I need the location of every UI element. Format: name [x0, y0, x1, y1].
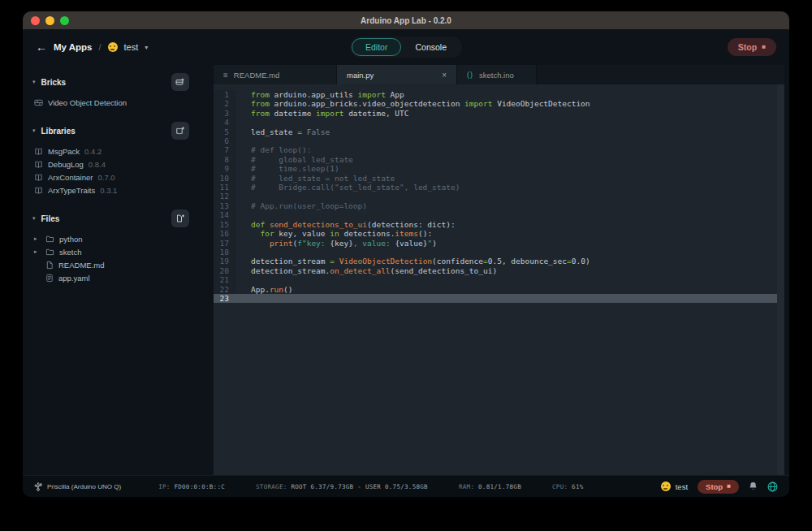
chevron-right-icon[interactable]: ▸ [34, 248, 41, 255]
running-app-name: test [676, 482, 688, 491]
section-title: Bricks [41, 78, 67, 87]
item-label: MsgPack [48, 147, 80, 156]
sidebar-item-app-yaml[interactable]: app.yaml [29, 271, 204, 284]
section-title: Files [41, 214, 60, 223]
item-version: 0.7.0 [97, 173, 114, 182]
app-emoji-icon [108, 42, 118, 52]
code-line-5: 5led_state = False [214, 127, 777, 136]
sidebar-item-msgpack[interactable]: MsgPack0.4.2 [29, 145, 204, 158]
chevron-down-icon[interactable]: ▾ [145, 44, 148, 51]
line-content [236, 136, 777, 145]
sidebar-item-debuglog[interactable]: DebugLog0.8.4 [29, 158, 204, 171]
status-stop-button[interactable]: Stop ■ [698, 480, 739, 494]
sidebar-item-python[interactable]: ▸python [29, 232, 204, 245]
add-file-button[interactable] [171, 209, 189, 227]
main-content: ▾BricksVideo Object Detection▾LibrariesM… [23, 65, 789, 475]
metric-cpu: CPU: 61% [552, 483, 584, 490]
editor-tab-sketch-ino[interactable]: ()sketch.ino [457, 65, 537, 84]
sidebar: ▾BricksVideo Object Detection▾LibrariesM… [23, 65, 214, 475]
item-version: 0.3.1 [100, 186, 117, 195]
line-number: 10 [214, 174, 236, 183]
arduino-icon: () [467, 71, 473, 79]
sidebar-section-bricks: ▾BricksVideo Object Detection [29, 70, 204, 109]
item-label: README.md [58, 261, 104, 270]
section-header-libraries[interactable]: ▾Libraries [29, 119, 204, 145]
editor-panel: ≡README.mdmain.py×()sketch.ino 1from ard… [214, 65, 784, 475]
chevron-right-icon[interactable]: ▸ [34, 235, 41, 242]
community-globe-icon[interactable] [767, 481, 778, 492]
section-header-files[interactable]: ▾Files [29, 206, 204, 232]
line-content: # led_state = not led_state [236, 174, 777, 183]
item-label: ArxTypeTraits [48, 186, 95, 195]
editor-tab-main-py[interactable]: main.py× [337, 65, 457, 84]
tab-console[interactable]: Console [401, 38, 460, 56]
sidebar-item-video-object-detection[interactable]: Video Object Detection [29, 96, 204, 109]
line-number: 19 [214, 257, 236, 266]
line-content: print(f"key: {key}, value: {value}") [236, 239, 777, 248]
item-version: 0.4.2 [84, 147, 102, 156]
line-number: 14 [214, 210, 236, 219]
line-number: 2 [214, 99, 236, 108]
code-editor[interactable]: 1from arduino.app_utils import App2from … [214, 84, 777, 475]
code-line-10: 10# led_state = not led_state [214, 174, 777, 183]
book-icon [34, 186, 43, 195]
code-line-3: 3from datetime import datetime, UTC [214, 109, 777, 118]
line-content [236, 294, 777, 303]
back-arrow-icon[interactable]: ← [36, 41, 47, 54]
editor-tab-readme-md[interactable]: ≡README.md [214, 65, 337, 84]
status-right: test Stop ■ [661, 480, 778, 494]
line-number: 17 [214, 239, 236, 248]
close-tab-icon[interactable]: × [442, 71, 447, 80]
line-content: App.run() [236, 285, 777, 294]
metric-ram: RAM: 0.81/1.78GB [459, 483, 521, 490]
sidebar-item-arxcontainer[interactable]: ArxContainer0.7.0 [29, 171, 204, 183]
status-stop-label: Stop [706, 482, 723, 491]
metric-storage: STORAGE: ROOT 6.37/9.73GB - USER 0.75/3.… [256, 483, 428, 490]
line-number: 15 [214, 220, 236, 229]
line-content: detection_stream = VideoObjectDetection(… [236, 257, 777, 266]
stop-button[interactable]: Stop ■ [728, 38, 776, 56]
line-content [236, 275, 777, 284]
code-line-15: 15def send_detections_to_ui(detections: … [214, 220, 777, 229]
add-library-button[interactable] [171, 122, 189, 140]
yaml-file-icon [45, 274, 54, 283]
code-line-7: 7# def loop(): [214, 145, 777, 154]
add-library-icon [175, 126, 185, 136]
notifications-bell-icon[interactable] [749, 481, 758, 491]
device-status[interactable]: Priscilla (Arduino UNO Q) [34, 481, 121, 491]
sidebar-item-readme-md[interactable]: README.md [29, 258, 204, 271]
book-icon [34, 147, 43, 156]
sidebar-item-sketch[interactable]: ▸sketch [29, 245, 204, 258]
code-line-12: 12 [214, 192, 777, 201]
item-label: sketch [59, 248, 81, 257]
editor-scrollbar[interactable] [777, 84, 784, 475]
item-version: 0.8.4 [89, 160, 106, 169]
metric-ip: IP: FD00:0:0:B::C [158, 483, 225, 490]
running-app[interactable]: test [661, 481, 688, 491]
sidebar-section-libraries: ▾LibrariesMsgPack0.4.2DebugLog0.8.4ArxCo… [29, 119, 204, 196]
line-content [236, 192, 777, 201]
line-number: 1 [214, 90, 236, 99]
line-number: 5 [214, 127, 236, 136]
tab-editor[interactable]: Editor [352, 38, 401, 56]
line-content: # Bridge.call("set_led_state", led_state… [236, 183, 777, 192]
status-bar: Priscilla (Arduino UNO Q) IP: FD00:0:0:B… [23, 475, 789, 497]
sidebar-item-arxtypetraits[interactable]: ArxTypeTraits0.3.1 [29, 183, 204, 196]
breadcrumb-my-apps[interactable]: My Apps [54, 42, 93, 52]
code-line-2: 2from arduino.app_bricks.video_objectdet… [214, 99, 777, 108]
usb-icon [34, 481, 42, 491]
add-file-icon [175, 214, 185, 223]
breadcrumb-app-name[interactable]: test [124, 42, 139, 52]
app-emoji-icon [661, 481, 671, 491]
code-line-20: 20detection_stream.on_detect_all(send_de… [214, 266, 777, 275]
section-header-bricks[interactable]: ▾Bricks [29, 70, 204, 96]
add-brick-button[interactable] [171, 73, 189, 91]
line-content: # def loop(): [236, 145, 777, 154]
line-content: from datetime import datetime, UTC [236, 109, 777, 118]
line-number: 11 [214, 183, 236, 192]
app-header: ← My Apps / test ▾ Editor Console Stop ■ [23, 29, 789, 65]
breadcrumb-separator: / [99, 42, 102, 52]
line-number: 23 [214, 294, 236, 303]
code-line-1: 1from arduino.app_utils import App [214, 90, 777, 99]
line-content: led_state = False [236, 127, 777, 136]
